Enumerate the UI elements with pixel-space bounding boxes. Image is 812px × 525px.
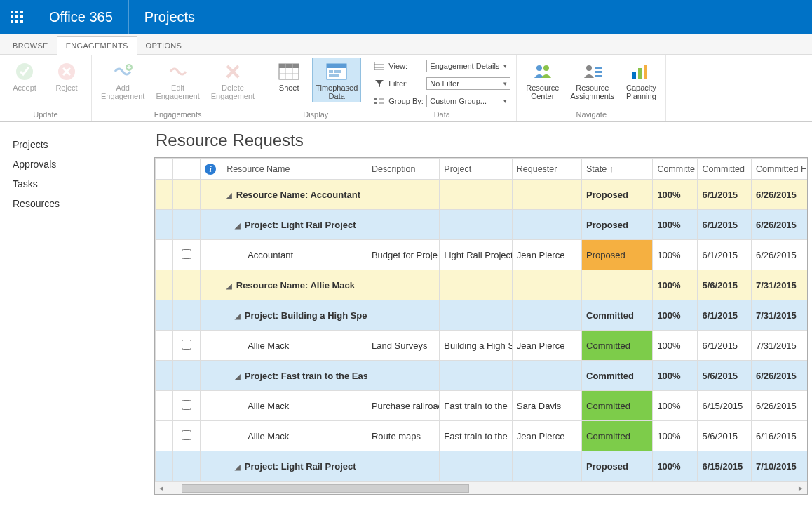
horizontal-scrollbar[interactable]: ◄ ► bbox=[155, 481, 807, 494]
table-row[interactable]: ◢ Resource Name: Allie Mack100%5/6/20157… bbox=[156, 270, 808, 300]
collapse-icon[interactable]: ◢ bbox=[235, 463, 242, 471]
svg-rect-5 bbox=[20, 15, 23, 18]
timephased-data-button[interactable]: Timephased Data bbox=[312, 58, 361, 102]
committed-pct-cell: 100% bbox=[653, 240, 698, 270]
scroll-thumb[interactable] bbox=[182, 484, 469, 493]
committed-pct-cell: 100% bbox=[653, 361, 698, 391]
svg-point-30 bbox=[543, 65, 549, 71]
brand-title[interactable]: Office 365 bbox=[34, 0, 129, 34]
capacity-planning-button[interactable]: Capacity Planning bbox=[622, 58, 660, 102]
table-row[interactable]: Allie MackLand SurveysBuilding a High SJ… bbox=[156, 331, 808, 361]
col-committed-from[interactable]: Committed bbox=[698, 159, 752, 180]
committed-to-cell: 6/16/2015 bbox=[752, 421, 808, 451]
svg-rect-19 bbox=[329, 70, 333, 73]
sheet-view-button[interactable]: Sheet bbox=[270, 58, 308, 94]
group-label-display: Display bbox=[270, 109, 361, 120]
svg-rect-37 bbox=[644, 65, 647, 79]
group-label-engagements: Engagements bbox=[97, 109, 258, 120]
info-column-header[interactable]: i bbox=[201, 159, 222, 180]
resource-requests-grid: i Resource Name Description Project Requ… bbox=[154, 157, 808, 495]
row-checkbox[interactable] bbox=[182, 340, 191, 350]
resource-name-cell: Allie Mack bbox=[222, 391, 367, 421]
app-launcher-icon[interactable] bbox=[0, 0, 34, 34]
col-committed-pct[interactable]: Committe bbox=[653, 159, 698, 180]
resource-name-cell: Allie Mack bbox=[222, 331, 367, 361]
col-state[interactable]: State ↑ bbox=[582, 159, 653, 180]
collapse-icon[interactable]: ◢ bbox=[235, 312, 242, 320]
x-circle-icon bbox=[57, 60, 76, 84]
table-row[interactable]: Allie MackPurchase railroadFast train to… bbox=[156, 391, 808, 421]
left-nav: Projects Approvals Tasks Resources bbox=[0, 122, 153, 495]
svg-rect-13 bbox=[279, 64, 299, 68]
svg-rect-7 bbox=[15, 20, 18, 23]
nav-approvals[interactable]: Approvals bbox=[13, 154, 153, 174]
resource-name-cell: ◢ Project: Light Rail Project bbox=[222, 210, 367, 240]
tab-options[interactable]: OPTIONS bbox=[137, 37, 191, 54]
svg-rect-32 bbox=[595, 67, 602, 69]
committed-to-cell: 6/26/2015 bbox=[752, 391, 808, 421]
row-checkbox[interactable] bbox=[182, 430, 191, 440]
reject-button[interactable]: Reject bbox=[48, 58, 86, 94]
description-cell: Budget for Proje bbox=[367, 240, 439, 270]
nav-tasks[interactable]: Tasks bbox=[13, 174, 153, 194]
table-row[interactable]: ◢ Project: Building a High SpeCommitted1… bbox=[156, 300, 808, 331]
add-engagement-button[interactable]: Add Engagement bbox=[97, 58, 148, 102]
table-row[interactable]: AccountantBudget for ProjeLight Rail Pro… bbox=[156, 240, 808, 270]
tab-engagements[interactable]: ENGAGEMENTS bbox=[57, 36, 137, 55]
delete-engagement-button[interactable]: Delete Engagement bbox=[208, 58, 258, 102]
svg-rect-2 bbox=[20, 11, 23, 13]
resource-name-cell: Allie Mack bbox=[222, 421, 367, 451]
col-committed-to[interactable]: Committed F bbox=[752, 159, 808, 180]
scroll-left-icon[interactable]: ◄ bbox=[155, 484, 168, 492]
ribbon-tabs: BROWSE ENGAGEMENTS OPTIONS bbox=[0, 34, 812, 55]
tab-browse[interactable]: BROWSE bbox=[4, 37, 57, 54]
project-cell bbox=[440, 210, 512, 240]
col-requester[interactable]: Requester bbox=[512, 159, 581, 180]
app-title[interactable]: Projects bbox=[129, 0, 210, 34]
ribbon-group-display: Sheet Timephased Data Display bbox=[264, 55, 367, 121]
collapse-icon[interactable]: ◢ bbox=[235, 222, 242, 230]
chevron-down-icon: ▾ bbox=[503, 80, 507, 87]
group-dropdown[interactable]: Custom Group...▾ bbox=[426, 95, 510, 107]
resource-assignments-button[interactable]: Resource Assignments bbox=[567, 58, 618, 102]
table-row[interactable]: Allie MackRoute mapsFast train to the Je… bbox=[156, 421, 808, 451]
suite-bar: Office 365 Projects bbox=[0, 0, 812, 34]
committed-to-cell: 6/26/2015 bbox=[752, 361, 808, 391]
table-row[interactable]: ◢ Project: Light Rail ProjectProposed100… bbox=[156, 210, 808, 240]
state-cell: Committed bbox=[582, 331, 653, 361]
nav-projects[interactable]: Projects bbox=[13, 135, 153, 154]
committed-from-cell: 6/1/2015 bbox=[698, 210, 752, 240]
filter-dropdown[interactable]: No Filter▾ bbox=[426, 77, 510, 90]
project-cell bbox=[440, 270, 512, 300]
state-cell: Committed bbox=[582, 361, 653, 391]
table-row[interactable]: ◢ Project: Fast train to the EasCommitte… bbox=[156, 361, 808, 391]
requester-cell bbox=[512, 180, 581, 210]
table-row[interactable]: ◢ Project: Light Rail ProjectProposed100… bbox=[156, 451, 808, 481]
timephased-icon bbox=[326, 60, 347, 84]
view-dropdown[interactable]: Engagement Details▾ bbox=[426, 60, 510, 72]
col-resource-name[interactable]: Resource Name bbox=[222, 159, 367, 180]
collapse-icon[interactable]: ◢ bbox=[226, 282, 234, 290]
row-checkbox[interactable] bbox=[182, 400, 191, 410]
view-label: View: bbox=[388, 62, 424, 70]
delete-x-icon bbox=[223, 60, 243, 84]
table-row[interactable]: ◢ Resource Name: AccountantProposed100%6… bbox=[156, 180, 808, 210]
state-cell: Proposed bbox=[582, 180, 653, 210]
handshake-add-icon bbox=[112, 60, 133, 84]
svg-rect-21 bbox=[329, 74, 339, 77]
resource-center-button[interactable]: Resource Center bbox=[522, 58, 562, 102]
committed-pct-cell: 100% bbox=[653, 180, 698, 210]
svg-rect-35 bbox=[632, 72, 636, 79]
col-description[interactable]: Description bbox=[367, 159, 439, 180]
edit-engagement-button[interactable]: Edit Engagement bbox=[152, 58, 203, 102]
accept-button[interactable]: Accept bbox=[6, 58, 43, 94]
scroll-right-icon[interactable]: ► bbox=[794, 484, 807, 492]
nav-resources[interactable]: Resources bbox=[13, 194, 153, 213]
col-project[interactable]: Project bbox=[440, 159, 512, 180]
svg-rect-36 bbox=[638, 68, 642, 79]
collapse-icon[interactable]: ◢ bbox=[235, 373, 242, 380]
requester-cell bbox=[512, 451, 581, 481]
bar-chart-icon bbox=[630, 60, 651, 84]
collapse-icon[interactable]: ◢ bbox=[226, 192, 234, 199]
row-checkbox[interactable] bbox=[182, 249, 191, 259]
